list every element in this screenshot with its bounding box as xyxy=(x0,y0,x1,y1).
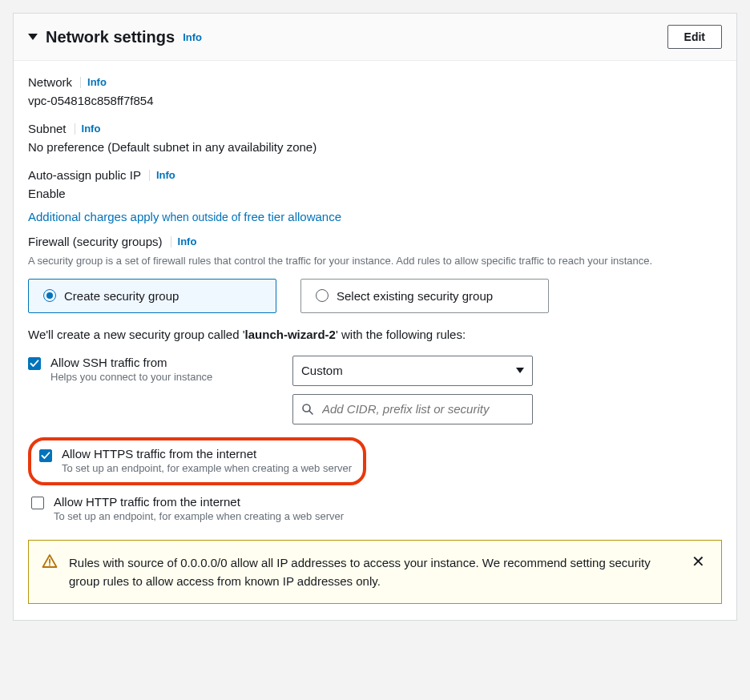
panel-header-left: Network settings Info xyxy=(28,28,202,46)
allow-http-checkbox[interactable] xyxy=(31,497,44,509)
allow-https-help: To set up an endpoint, for example when … xyxy=(62,462,352,474)
network-settings-panel: Network settings Info Edit Network Info … xyxy=(13,13,737,621)
network-label: Network xyxy=(28,75,72,89)
select-existing-group-radio[interactable]: Select existing security group xyxy=(300,279,549,313)
allow-http-help: To set up an endpoint, for example when … xyxy=(54,510,344,522)
ssh-right: Custom xyxy=(292,356,533,424)
sg-desc-post: ' with the following rules: xyxy=(336,328,466,341)
network-info-link[interactable]: Info xyxy=(87,76,107,88)
https-highlight: Allow HTTPS traffic from the internet To… xyxy=(28,437,366,485)
http-row: Allow HTTP traffic from the internet To … xyxy=(28,495,722,522)
ssh-source-value: Custom xyxy=(301,364,343,377)
sg-desc-pre: We'll create a new security group called… xyxy=(28,328,245,341)
separator xyxy=(149,170,150,181)
panel-header: Network settings Info Edit xyxy=(14,14,736,61)
separator xyxy=(80,77,81,88)
firewall-label: Firewall (security groups) xyxy=(28,235,163,248)
subnet-field: Subnet Info No preference (Default subne… xyxy=(28,122,722,154)
autoip-value: Enable xyxy=(28,187,722,200)
subnet-info-link[interactable]: Info xyxy=(82,123,101,135)
panel-title: Network settings xyxy=(46,28,175,46)
autoip-label: Auto-assign public IP xyxy=(28,168,141,182)
allow-ssh-checkbox[interactable] xyxy=(28,357,41,370)
ssh-row: Allow SSH traffic from Helps you connect… xyxy=(28,356,722,424)
subnet-label: Subnet xyxy=(28,122,67,135)
additional-charges-link[interactable]: Additional charges apply xyxy=(28,210,159,223)
ssh-source-select[interactable]: Custom xyxy=(292,356,533,386)
allow-https-label: Allow HTTPS traffic from the internet xyxy=(62,447,352,461)
svg-point-3 xyxy=(49,564,50,565)
collapse-caret-icon[interactable] xyxy=(28,34,38,40)
svg-line-1 xyxy=(309,411,312,414)
network-value: vpc-054818c858ff7f854 xyxy=(28,94,722,107)
select-sg-label: Select existing security group xyxy=(337,289,493,303)
header-info-link[interactable]: Info xyxy=(183,31,202,43)
allow-http-label: Allow HTTP traffic from the internet xyxy=(54,495,344,509)
sg-name: launch-wizard-2 xyxy=(245,328,336,341)
allow-ssh-help: Helps you connect to your instance xyxy=(50,371,212,383)
ssh-left: Allow SSH traffic from Helps you connect… xyxy=(28,356,260,389)
sg-description: We'll create a new security group called… xyxy=(28,328,722,341)
firewall-field: Firewall (security groups) Info A securi… xyxy=(28,235,722,269)
cidr-input[interactable] xyxy=(321,401,524,416)
charges-mid: when outside of xyxy=(159,211,244,223)
alert-text: Rules with source of 0.0.0.0/0 allow all… xyxy=(69,553,677,591)
close-icon[interactable]: ✕ xyxy=(688,553,708,569)
warning-icon xyxy=(42,553,58,569)
autoip-info-link[interactable]: Info xyxy=(156,169,175,181)
allow-https-checkbox[interactable] xyxy=(39,449,52,462)
firewall-info-link[interactable]: Info xyxy=(178,235,197,247)
search-icon xyxy=(301,403,314,416)
create-security-group-radio[interactable]: Create security group xyxy=(28,279,276,313)
radio-unselected-icon xyxy=(316,289,329,302)
security-group-radio-row: Create security group Select existing se… xyxy=(28,279,722,313)
panel-body: Network Info vpc-054818c858ff7f854 Subne… xyxy=(14,61,736,620)
cidr-input-wrapper[interactable] xyxy=(292,394,533,424)
network-field: Network Info vpc-054818c858ff7f854 xyxy=(28,75,722,107)
radio-selected-icon xyxy=(43,289,56,302)
charges-line: Additional charges apply when outside of… xyxy=(28,210,722,223)
allow-ssh-label: Allow SSH traffic from xyxy=(50,356,212,369)
firewall-help: A security group is a set of firewall ru… xyxy=(28,253,722,269)
subnet-value: No preference (Default subnet in any ava… xyxy=(28,140,722,154)
security-warning-alert: Rules with source of 0.0.0.0/0 allow all… xyxy=(28,540,722,605)
free-tier-link[interactable]: free tier allowance xyxy=(244,210,341,223)
chevron-down-icon xyxy=(516,368,524,373)
autoip-field: Auto-assign public IP Info Enable xyxy=(28,168,722,200)
edit-button[interactable]: Edit xyxy=(667,25,722,49)
create-sg-label: Create security group xyxy=(64,289,179,303)
separator xyxy=(75,123,75,135)
separator xyxy=(171,236,171,247)
